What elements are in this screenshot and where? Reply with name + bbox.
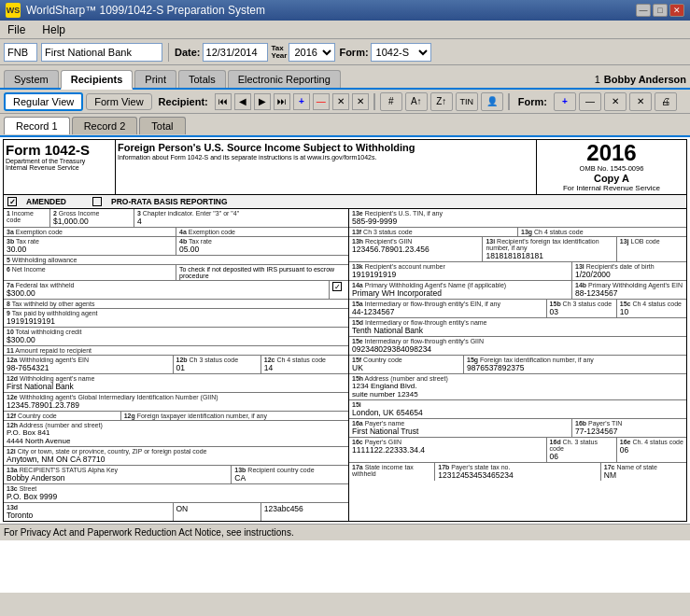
tab-recipients[interactable]: Recipients [61, 70, 134, 90]
maximize-button[interactable]: □ [653, 4, 668, 17]
12i-value[interactable]: Anytown, NM ON CA 87710 [7, 455, 345, 464]
15g-value[interactable]: 9876537892375 [467, 363, 683, 372]
16c-value[interactable]: 1111122.22333.34.4 [352, 445, 543, 455]
16b-value[interactable]: 77-1234567 [575, 427, 683, 436]
10-value[interactable]: $300.00 [7, 335, 345, 344]
nav-next[interactable]: ▶ [254, 93, 271, 110]
13h-value[interactable]: 123456.78901.23.456 [352, 245, 479, 254]
13b-value[interactable]: CA [234, 473, 345, 483]
amended-checkbox[interactable] [7, 197, 17, 206]
form-separator [508, 93, 510, 110]
tax-year-select[interactable]: 2016 2015 2017 [289, 43, 335, 62]
14a-value[interactable]: Primary WH Incorporated [352, 288, 569, 298]
form-x2[interactable]: ✕ [629, 92, 652, 111]
12c-value[interactable]: 14 [264, 363, 345, 372]
tab-system[interactable]: System [4, 70, 59, 88]
13d-city-value[interactable]: Toronto [7, 511, 170, 520]
3b-value[interactable]: 30.00 [7, 245, 173, 254]
cell-12f: 12f Country code [4, 412, 121, 420]
nav-prev[interactable]: ◀ [234, 93, 251, 110]
gross-income-value[interactable]: $1,000.00 [53, 217, 131, 226]
7a-value[interactable]: $300.00 [7, 288, 326, 298]
16d-value[interactable]: 06 [550, 452, 613, 461]
nav-hash[interactable]: # [380, 92, 402, 111]
menu-help[interactable]: Help [38, 22, 69, 37]
nav-sort-az[interactable]: A↑ [405, 92, 428, 111]
pro-rata-checkbox[interactable] [92, 197, 102, 206]
15d-value[interactable]: Tenth National Bank [352, 326, 683, 335]
nav-person[interactable]: 👤 [481, 92, 503, 111]
regular-view-btn[interactable]: Regular View [4, 92, 83, 111]
form-add[interactable]: + [554, 92, 576, 111]
form-x1[interactable]: ✕ [604, 92, 627, 111]
date-input[interactable] [203, 43, 268, 62]
nav-copy[interactable]: ✕ [352, 93, 369, 110]
13i-value[interactable]: 1818181818181 [486, 251, 613, 260]
cell-3b: 3b Tax rate 30.00 [4, 237, 176, 255]
bank-name-field [41, 43, 162, 62]
nav-delete[interactable]: — [313, 93, 330, 110]
15f-value[interactable]: UK [352, 363, 460, 372]
form-view-btn[interactable]: Form View [86, 93, 151, 110]
14b-value[interactable]: 88-1234567 [575, 288, 683, 298]
12b-value[interactable]: 01 [176, 363, 258, 372]
nav-add[interactable]: + [293, 93, 310, 110]
15a-value[interactable]: 44-1234567 [352, 307, 543, 316]
title-bar-controls: — □ ✕ [636, 4, 684, 17]
4b-value[interactable]: 05.00 [179, 245, 345, 254]
form-print[interactable]: 🖨 [655, 92, 677, 111]
17b-value[interactable]: 12312453453465234 [438, 470, 598, 480]
9-value[interactable]: 19191919191 [7, 316, 345, 326]
bank-code-input[interactable] [4, 43, 37, 62]
12a-value[interactable]: 98-7654321 [7, 363, 170, 372]
13e-value[interactable]: 585-99-9999 [352, 217, 683, 226]
15e-value[interactable]: 092348029384098234 [352, 344, 683, 354]
form-select[interactable]: 1042-S 1099-INT [371, 43, 431, 62]
record-tab-1[interactable]: Record 1 [4, 117, 70, 134]
record-tab-2[interactable]: Record 2 [72, 117, 138, 134]
16a-value[interactable]: First National Trust [352, 427, 569, 436]
13c-value[interactable]: P.O. Box 9999 [7, 492, 345, 501]
12h-value[interactable]: P.O. Box 841 4444 North Avenue [7, 428, 345, 445]
cell-11: 11 Amount repaid to recipient [4, 346, 348, 355]
nav-sort-za[interactable]: Z↑ [430, 92, 453, 111]
13l-value[interactable]: 1/20/2000 [575, 270, 683, 279]
13d-prov-value[interactable]: ON [176, 504, 258, 513]
form-1042s: Form 1042-S Department of the Treasury I… [3, 139, 687, 522]
menu-file[interactable]: File [4, 22, 29, 37]
form-copy: Copy A [539, 173, 684, 184]
nav-search[interactable]: ✕ [332, 93, 349, 110]
status-text: For Privacy Act and Paperwork Reduction … [4, 527, 294, 538]
nav-first[interactable]: ⏮ [215, 93, 232, 110]
cell-4b: 4b Tax rate 05.00 [176, 237, 348, 255]
15b-value[interactable]: 03 [550, 307, 613, 316]
nav-last[interactable]: ⏭ [274, 93, 290, 110]
form-row-11: 12a Withholding agent's EIN 98-7654321 1… [4, 356, 348, 374]
tab-print[interactable]: Print [134, 70, 176, 88]
15c-value[interactable]: 10 [620, 307, 683, 316]
12d-value[interactable]: First National Bank [7, 382, 345, 391]
13a-value[interactable]: Bobby Anderson [7, 473, 228, 483]
15h-value[interactable]: 1234 England Blvd. suite number 12345 [352, 382, 683, 399]
tab-electronic-reporting[interactable]: Electronic Reporting [228, 70, 341, 88]
cell-15f: 15f Country code UK [349, 356, 464, 373]
12e-value[interactable]: 12345.78901.23.789 [7, 400, 345, 410]
form-row-2: 3a Exemption code 4a Exemption code [4, 228, 348, 237]
tax-year-label: TaxYear [272, 45, 288, 60]
form-row-9: 10 Total withholding credit $300.00 [4, 328, 348, 346]
minimize-button[interactable]: — [636, 4, 651, 17]
nav-separator [373, 93, 375, 110]
record-tab-total[interactable]: Total [139, 117, 185, 134]
17c-value[interactable]: NM [604, 470, 683, 480]
13d-postal-value[interactable]: 123abc456 [264, 504, 345, 513]
16e-value[interactable]: 06 [620, 445, 683, 455]
tin-btn[interactable]: TIN [456, 92, 478, 111]
chapter-indicator-value[interactable]: 4 [137, 217, 345, 226]
tab-totals[interactable]: Totals [178, 70, 226, 88]
close-button[interactable]: ✕ [669, 4, 684, 17]
escrow-checkbox[interactable] [332, 282, 342, 291]
form-delete[interactable]: — [579, 92, 601, 111]
15i-value[interactable]: London, UK 654654 [352, 408, 683, 417]
bank-name-input[interactable] [41, 43, 162, 62]
13k-value[interactable]: 1919191919 [352, 270, 569, 279]
